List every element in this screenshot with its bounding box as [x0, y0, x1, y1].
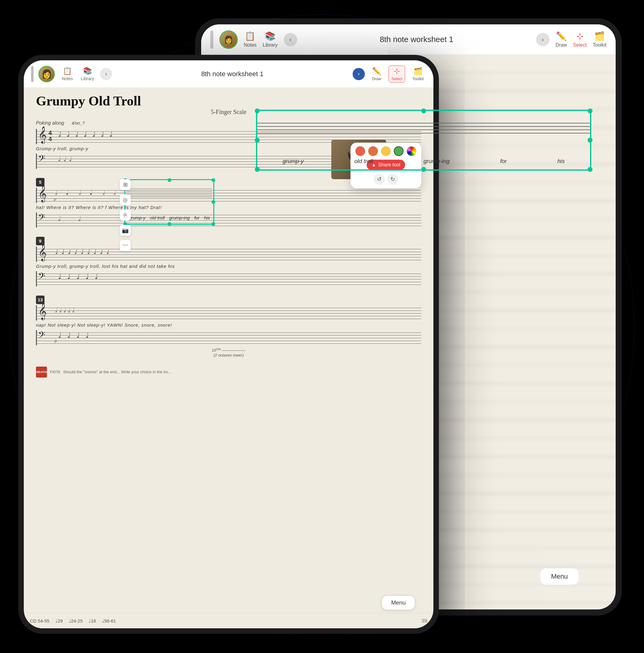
staff-section-13: 13 𝄞 𝅗𝅥𝅗𝅥𝅗𝅥𝅗𝅥𝅗𝅥 nap! Not sleep-y! Not sl…	[36, 295, 421, 357]
front-chevron-right[interactable]: ›	[353, 68, 365, 80]
lyrics-5: hat! Where is it? Where is it? f Where i…	[36, 205, 421, 210]
back-toolkit-label: Toolkit	[593, 42, 606, 48]
back-select-label: Select	[573, 42, 587, 48]
back-nav-notes[interactable]: 📋 Notes	[244, 31, 257, 48]
cd-info: CD 54-55	[30, 618, 49, 624]
front-tool-toolkit[interactable]: 🗂️ Toolkit	[410, 66, 426, 82]
bottom-bar: CD 54-55 ♩29 ♩24-25 ♩18 ♩58-61 39	[24, 613, 433, 628]
back-sel-handle-bm	[421, 167, 426, 172]
sel-staff-lines	[126, 186, 212, 200]
time-sig-2: 4	[48, 136, 52, 143]
sel-lyrics: grump-y old troll grump-ing for his	[126, 215, 212, 220]
staff-section-9: 9 𝄞 ♩♩♩♩♩♩♩♩♩ Grump-y troll, grump-y tro…	[36, 237, 421, 286]
front-nav-library[interactable]: 📚 Library	[80, 67, 95, 81]
front-sidebar-bar[interactable]	[31, 66, 33, 82]
bass-notes-1: 𝅗𝅥𝅗𝅥𝅗𝅥	[58, 155, 75, 163]
front-nav-notes[interactable]: 📋 Notes	[60, 67, 75, 81]
bass-clef-13: 𝄢	[38, 331, 45, 342]
back-select-icon: ⊹	[576, 31, 583, 41]
back-sel-handle-tm	[421, 108, 426, 113]
staff-bass-9: 𝄢 ♩♩♩♩♩	[36, 271, 421, 286]
front-library-label: Library	[81, 76, 94, 81]
back-tool-toolkit[interactable]: 🗂️ Toolkit	[593, 31, 606, 48]
icon-info-2: ♩24-25	[69, 618, 82, 624]
back-tool-draw[interactable]: ✏️ Draw	[556, 31, 567, 48]
front-tool-select[interactable]: ⊹ Select	[388, 66, 405, 82]
side-tool-focus[interactable]: ◎	[120, 194, 131, 205]
back-toolkit-icon: 🗂️	[594, 31, 605, 41]
back-sel-handle-ml	[255, 138, 260, 143]
notes-row-9: ♩♩♩♩♩♩♩♩♩	[55, 248, 113, 255]
bass-notes-9: ♩♩♩♩♩	[58, 273, 104, 281]
back-sel-lyrics: grump-y old troll grump-ing for his	[257, 158, 590, 165]
back-nav-library[interactable]: 📚 Library	[263, 31, 278, 48]
bottom-info: CD 54-55 ♩29 ♩24-25 ♩18 ♩58-61	[30, 618, 116, 624]
side-tool-resize[interactable]: ⊞	[120, 179, 131, 190]
back-sidebar-toggle[interactable]	[210, 30, 213, 49]
front-notes-label: Notes	[62, 76, 73, 81]
back-chevron-right[interactable]: ›	[536, 33, 550, 46]
sel-handle-tm	[168, 178, 171, 182]
back-sel-staff-lines	[257, 120, 590, 135]
ottava-marking: 15ma ——————(2 octaves lower)	[36, 347, 421, 357]
sel-handle-br	[212, 222, 215, 226]
notes-row-5: 𝅗𝅥 ♩ 𝅗𝅥 ♩ 𝅗𝅥 𝅗𝅥	[55, 189, 118, 196]
lyrics-9: Grump-y troll, grump-y troll, lost his h…	[36, 264, 421, 269]
back-sel-handle-tl	[255, 108, 260, 113]
side-tool-photo[interactable]: 📷	[120, 225, 131, 236]
front-menu-button[interactable]: Menu	[382, 596, 415, 610]
front-draw-icon: ✏️	[372, 67, 381, 76]
sel-lyric-4: for	[194, 215, 200, 220]
undo-button[interactable]: ↺	[374, 174, 385, 185]
front-library-icon: 📚	[83, 67, 92, 75]
back-lyric-4: for	[500, 158, 507, 165]
side-toolbar: ⊞ ◎ ⎘ 📷 〰	[120, 179, 131, 251]
sel-lyric-5: his	[204, 215, 210, 220]
back-tool-select[interactable]: ⊹ Select	[573, 31, 587, 48]
redo-button[interactable]: ↻	[387, 174, 398, 185]
bass-notes-5: 𝅗𝅥 𝅗𝅥	[58, 215, 88, 223]
section-13-header: 13	[36, 295, 421, 304]
back-menu-button[interactable]: Menu	[540, 568, 579, 585]
treble-clef-13: 𝄞	[38, 304, 47, 318]
credit-logo-box: CREATIVE	[36, 367, 47, 378]
sheet-main-title: Grumpy Old Troll	[36, 94, 421, 108]
sel-lyric-3: grump-ing	[169, 215, 190, 220]
staff-treble-13: 𝄞 𝅗𝅥𝅗𝅥𝅗𝅥𝅗𝅥𝅗𝅥	[36, 305, 421, 320]
sel-lyric-1: grump-y	[128, 215, 145, 220]
front-chevron-left[interactable]: ‹	[100, 68, 112, 80]
section-9-header: 9	[36, 237, 421, 245]
side-tool-copy[interactable]: ⎘	[120, 210, 131, 221]
sel-handle-tr	[212, 178, 215, 182]
back-lyric-5: his	[557, 158, 565, 165]
staff-treble-9: 𝄞 ♩♩♩♩♩♩♩♩♩	[36, 246, 421, 262]
back-chevron-left[interactable]: ‹	[284, 33, 297, 46]
icon-info-3: ♩18	[89, 618, 96, 624]
staff-bass-13: 𝄢 p ♩♩♩♩	[36, 330, 421, 345]
back-sel-handle-bl	[255, 167, 260, 172]
lyrics-13: nap! Not sleep-y! Not sleep-y! YAWN! Sno…	[36, 322, 421, 328]
credit-code: FI078	[50, 370, 60, 374]
front-avatar-icon: 👩	[42, 69, 52, 79]
credit-bar: CREATIVE FI078 Should the "snores" at th…	[36, 367, 421, 378]
back-avatar-image: 👩	[220, 31, 237, 48]
back-sel-handle-mr	[588, 138, 593, 143]
sel-handle-bm	[168, 222, 171, 226]
sel-handle-mr	[212, 200, 215, 204]
credit-logo-text: CREATIVE	[35, 370, 48, 373]
undo-redo-controls: ↺ ↻	[374, 174, 398, 185]
back-sel-handle-tr	[588, 108, 593, 113]
back-avatar[interactable]: 👩	[219, 30, 238, 49]
front-tool-draw[interactable]: ✏️ Draw	[370, 66, 384, 82]
icon-info-1: ♩29	[55, 618, 63, 624]
back-lyric-3: grump-ing	[423, 158, 450, 165]
front-avatar[interactable]: 👩	[39, 66, 55, 82]
back-toolbar: 👩 📋 Notes 📚 Library ‹ 8th note worksheet…	[201, 24, 616, 55]
staff-bass-5: 𝄢 𝅗𝅥 𝅗𝅥	[36, 212, 421, 227]
side-tool-wave[interactable]: 〰	[120, 240, 131, 251]
front-toolkit-label: Toolkit	[412, 76, 424, 81]
page-number: 39	[422, 618, 427, 624]
bass-clef-9: 𝄢	[38, 272, 45, 283]
front-worksheet-title: 8th note worksheet 1	[117, 70, 348, 78]
front-draw-label: Draw	[372, 76, 381, 81]
